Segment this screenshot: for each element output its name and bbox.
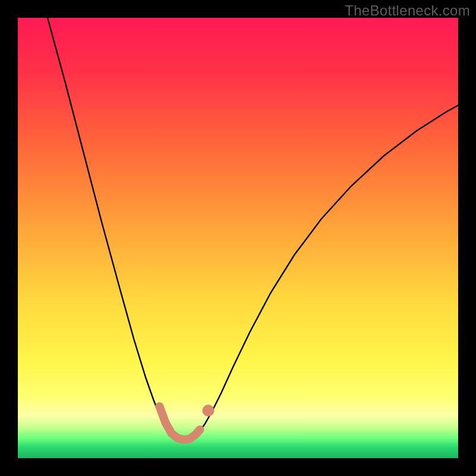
chart-marker-dot-right	[202, 405, 214, 416]
chart-svg	[18, 18, 458, 458]
chart-frame: TheBottleneck.com	[0, 0, 476, 476]
chart-background	[18, 18, 458, 458]
watermark-text: TheBottleneck.com	[345, 2, 470, 19]
chart-plot-area	[18, 18, 458, 458]
